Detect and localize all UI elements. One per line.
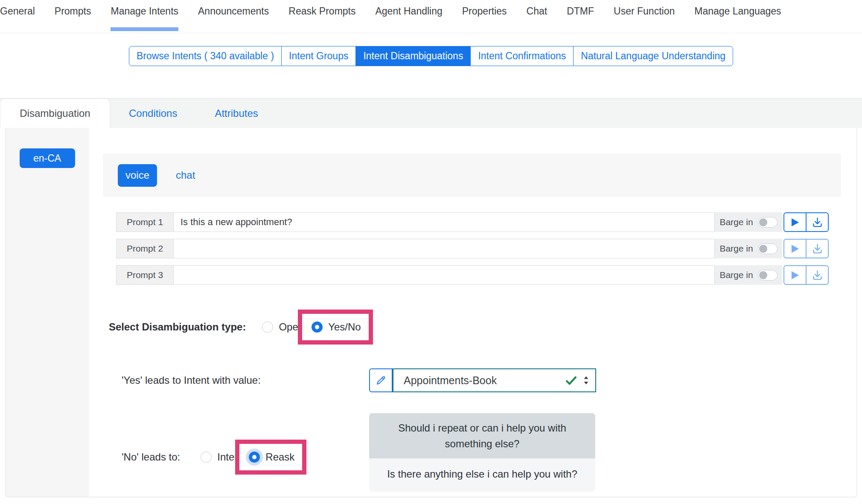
- highlight-box-yesno: Yes/No: [298, 310, 373, 345]
- nav-item-prompts[interactable]: Prompts: [55, 6, 91, 31]
- download-icon: [812, 217, 823, 228]
- nav-item-dtmf[interactable]: DTMF: [567, 6, 594, 31]
- highlight-box-reask: Reask: [235, 440, 306, 475]
- natural-language-understanding-button[interactable]: Natural Language Understanding: [573, 46, 733, 66]
- language-sidebar: en-CA: [6, 128, 89, 497]
- reask-preview-header: Should i repeat or can i help you with s…: [369, 413, 595, 458]
- barge-in-label: Barge in: [719, 217, 753, 227]
- intent-subnav: Browse Intents ( 340 available ) Intent …: [0, 46, 862, 66]
- download-icon: [812, 269, 823, 281]
- radio-open-unselected[interactable]: [262, 322, 273, 333]
- nav-item-reask-prompts[interactable]: Reask Prompts: [288, 6, 355, 31]
- edit-intent-button[interactable]: [369, 368, 393, 392]
- disambiguation-type-label: Select Disambiguation type:: [109, 321, 246, 333]
- radio-option-yesno[interactable]: Yes/No: [312, 321, 361, 333]
- nav-item-chat[interactable]: Chat: [527, 6, 547, 31]
- download-icon: [812, 243, 823, 255]
- barge-in-control-1: Barge in: [715, 212, 782, 232]
- disambiguation-type-row: Select Disambiguation type: Open Yes/No: [109, 310, 856, 345]
- prompt-row-2: Prompt 2 Barge in: [116, 239, 829, 258]
- radio-option-reask[interactable]: Reask: [249, 451, 294, 463]
- nav-item-announcements[interactable]: Announcements: [198, 6, 269, 31]
- yes-leads-label: 'Yes' leads to Intent with value:: [122, 374, 369, 386]
- no-leads-row: 'No' leads to: Intent Reask Should i rep…: [122, 413, 856, 492]
- edit-pencil-icon: [375, 375, 387, 386]
- play-prompt-button[interactable]: [783, 265, 807, 285]
- prompt-2-label: Prompt 2: [116, 239, 174, 258]
- voice-tab-button[interactable]: voice: [118, 164, 157, 187]
- prompt-1-label: Prompt 1: [116, 212, 174, 232]
- main-panel: en-CA voice chat Prompt 1 Barge in: [5, 128, 857, 497]
- barge-in-control-2: Barge in: [715, 239, 782, 258]
- toggle-knob: [759, 271, 767, 279]
- language-en-ca-button[interactable]: en-CA: [20, 148, 75, 168]
- content-area: voice chat Prompt 1 Barge in Prompt 2: [89, 128, 856, 497]
- prompt-row-3: Prompt 3 Barge in: [116, 265, 829, 285]
- select-updown-icon: [583, 375, 589, 385]
- channel-switcher: voice chat: [103, 154, 841, 197]
- radio-reask-selected[interactable]: [249, 452, 260, 463]
- intent-disambiguations-button[interactable]: Intent Disambiguations: [355, 46, 471, 66]
- prompt-2-input[interactable]: [174, 239, 715, 258]
- nav-item-user-function[interactable]: User Function: [614, 6, 675, 31]
- intent-groups-button[interactable]: Intent Groups: [281, 46, 356, 66]
- no-leads-label: 'No' leads to:: [122, 451, 180, 463]
- yes-intent-dropdown: Appointments-Book: [369, 368, 596, 392]
- tab-disambiguation[interactable]: Disambiguation: [0, 98, 110, 128]
- download-prompt-button[interactable]: [806, 265, 829, 285]
- barge-in-label: Barge in: [719, 270, 753, 280]
- play-prompt-button[interactable]: [783, 212, 807, 232]
- radio-reask-label: Reask: [265, 451, 294, 463]
- no-leads-controls: 'No' leads to: Intent Reask: [122, 413, 369, 475]
- download-prompt-button[interactable]: [806, 212, 829, 232]
- nav-item-manage-languages[interactable]: Manage Languages: [694, 6, 781, 31]
- barge-in-label: Barge in: [719, 243, 753, 254]
- nav-item-manage-intents[interactable]: Manage Intents: [111, 6, 178, 31]
- radio-yesno-selected[interactable]: [312, 322, 323, 333]
- barge-in-toggle[interactable]: [758, 243, 778, 254]
- tab-conditions[interactable]: Conditions: [110, 98, 196, 128]
- tab-attributes[interactable]: Attributes: [196, 98, 277, 128]
- browse-intents-button[interactable]: Browse Intents ( 340 available ): [129, 46, 282, 66]
- tab-bar: Disambiguation Conditions Attributes: [0, 98, 862, 128]
- chat-tab-link[interactable]: chat: [176, 169, 195, 181]
- toggle-knob: [759, 245, 767, 253]
- prompt-row-1: Prompt 1 Barge in: [116, 212, 829, 232]
- play-prompt-button[interactable]: [783, 239, 807, 258]
- intent-select[interactable]: Appointments-Book: [393, 368, 596, 392]
- barge-in-toggle[interactable]: [758, 217, 778, 228]
- prompt-3-label: Prompt 3: [116, 265, 174, 285]
- prompt-1-input[interactable]: [174, 212, 715, 232]
- radio-intent-unselected[interactable]: [201, 452, 212, 463]
- prompt-3-input[interactable]: [174, 265, 715, 285]
- nav-item-general[interactable]: General: [0, 6, 35, 31]
- nav-item-agent-handling[interactable]: Agent Handling: [375, 6, 442, 31]
- prompts-section: Prompt 1 Barge in Prompt 2 Barge in: [116, 212, 829, 285]
- top-navigation: General Prompts Manage Intents Announcem…: [0, 0, 862, 33]
- reask-preview-body: Is there anything else i can help you wi…: [369, 458, 595, 491]
- toggle-knob: [759, 218, 767, 226]
- nav-item-properties[interactable]: Properties: [462, 6, 507, 31]
- reask-preview: Should i repeat or can i help you with s…: [369, 413, 595, 492]
- intent-confirmations-button[interactable]: Intent Confirmations: [470, 46, 574, 66]
- valid-check-icon: [565, 374, 578, 387]
- barge-in-control-3: Barge in: [715, 265, 782, 285]
- radio-yesno-label: Yes/No: [328, 321, 361, 333]
- play-icon: [791, 244, 800, 254]
- yes-leads-row: 'Yes' leads to Intent with value: Appoin…: [122, 368, 856, 392]
- barge-in-toggle[interactable]: [758, 270, 778, 281]
- play-icon: [791, 270, 800, 280]
- download-prompt-button[interactable]: [806, 239, 829, 258]
- selected-intent-value: Appointments-Book: [404, 374, 559, 387]
- play-icon: [791, 217, 800, 227]
